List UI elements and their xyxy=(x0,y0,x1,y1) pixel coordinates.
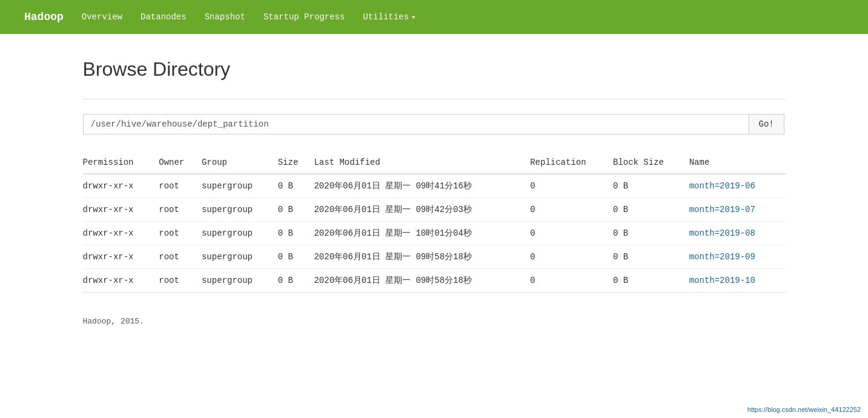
table-row: drwxr-xr-x root supergroup 0 B 2020年06月0… xyxy=(83,269,786,293)
navbar-item-datanodes[interactable]: Datanodes xyxy=(141,10,187,24)
cell-owner: root xyxy=(159,245,202,269)
cell-block-size: 0 B xyxy=(613,174,689,198)
cell-replication: 0 xyxy=(530,222,613,245)
table-header: Permission Owner Group Size Last Modifie… xyxy=(83,151,786,174)
cell-replication: 0 xyxy=(530,245,613,269)
col-header-replication: Replication xyxy=(530,151,613,174)
cell-name[interactable]: month=2019-07 xyxy=(689,198,786,222)
cell-group: supergroup xyxy=(202,198,278,222)
navbar-item-startup-progress[interactable]: Startup Progress xyxy=(263,10,345,24)
cell-size: 0 B xyxy=(278,174,314,198)
col-header-last-modified: Last Modified xyxy=(314,151,530,174)
table-body: drwxr-xr-x root supergroup 0 B 2020年06月0… xyxy=(83,174,786,293)
cell-size: 0 B xyxy=(278,245,314,269)
cell-replication: 0 xyxy=(530,269,613,293)
col-header-block-size: Block Size xyxy=(613,151,689,174)
navbar-brand[interactable]: Hadoop xyxy=(24,11,64,23)
navbar-item-overview[interactable]: Overview xyxy=(82,10,122,24)
cell-replication: 0 xyxy=(530,174,613,198)
cell-permission: drwxr-xr-x xyxy=(83,174,159,198)
table-row: drwxr-xr-x root supergroup 0 B 2020年06月0… xyxy=(83,222,786,245)
col-header-name: Name xyxy=(689,151,786,174)
cell-last-modified: 2020年06月01日 星期一 09时42分03秒 xyxy=(314,198,530,222)
cell-owner: root xyxy=(159,222,202,245)
cell-group: supergroup xyxy=(202,174,278,198)
navbar-item-utilities[interactable]: Utilities xyxy=(363,10,416,24)
directory-table: Permission Owner Group Size Last Modifie… xyxy=(83,151,786,293)
cell-name[interactable]: month=2019-10 xyxy=(689,269,786,293)
cell-block-size: 0 B xyxy=(613,245,689,269)
col-header-size: Size xyxy=(278,151,314,174)
cell-size: 0 B xyxy=(278,222,314,245)
cell-name[interactable]: month=2019-08 xyxy=(689,222,786,245)
go-button[interactable]: Go! xyxy=(749,114,784,134)
cell-group: supergroup xyxy=(202,269,278,293)
cell-permission: drwxr-xr-x xyxy=(83,245,159,269)
cell-group: supergroup xyxy=(202,222,278,245)
name-link[interactable]: month=2019-07 xyxy=(689,205,755,214)
cell-last-modified: 2020年06月01日 星期一 09时58分18秒 xyxy=(314,245,530,269)
cell-block-size: 0 B xyxy=(613,222,689,245)
cell-group: supergroup xyxy=(202,245,278,269)
name-link[interactable]: month=2019-09 xyxy=(689,252,755,262)
cell-block-size: 0 B xyxy=(613,269,689,293)
table-row: drwxr-xr-x root supergroup 0 B 2020年06月0… xyxy=(83,174,786,198)
name-link[interactable]: month=2019-06 xyxy=(689,181,755,191)
cell-owner: root xyxy=(159,174,202,198)
col-header-permission: Permission xyxy=(83,151,159,174)
cell-permission: drwxr-xr-x xyxy=(83,198,159,222)
main-content: Browse Directory Go! Permission Owner Gr… xyxy=(71,34,798,350)
page-title: Browse Directory xyxy=(83,58,786,81)
name-link[interactable]: month=2019-10 xyxy=(689,276,755,285)
search-bar: Go! xyxy=(83,114,786,134)
cell-name[interactable]: month=2019-09 xyxy=(689,245,786,269)
cell-last-modified: 2020年06月01日 星期一 10时01分04秒 xyxy=(314,222,530,245)
cell-permission: drwxr-xr-x xyxy=(83,222,159,245)
col-header-group: Group xyxy=(202,151,278,174)
cell-owner: root xyxy=(159,269,202,293)
navbar: Hadoop Overview Datanodes Snapshot Start… xyxy=(0,0,868,34)
cell-block-size: 0 B xyxy=(613,198,689,222)
table-row: drwxr-xr-x root supergroup 0 B 2020年06月0… xyxy=(83,245,786,269)
cell-size: 0 B xyxy=(278,269,314,293)
cell-owner: root xyxy=(159,198,202,222)
cell-name[interactable]: month=2019-06 xyxy=(689,174,786,198)
cell-last-modified: 2020年06月01日 星期一 09时41分16秒 xyxy=(314,174,530,198)
footer-text: Hadoop, 2015. xyxy=(83,317,144,326)
cell-permission: drwxr-xr-x xyxy=(83,269,159,293)
name-link[interactable]: month=2019-08 xyxy=(689,228,755,238)
col-header-owner: Owner xyxy=(159,151,202,174)
divider xyxy=(83,99,786,99)
cell-size: 0 B xyxy=(278,198,314,222)
navbar-item-snapshot[interactable]: Snapshot xyxy=(205,10,245,24)
cell-replication: 0 xyxy=(530,198,613,222)
path-search-input[interactable] xyxy=(83,114,749,134)
table-row: drwxr-xr-x root supergroup 0 B 2020年06月0… xyxy=(83,198,786,222)
cell-last-modified: 2020年06月01日 星期一 09时58分18秒 xyxy=(314,269,530,293)
footer: Hadoop, 2015. xyxy=(83,317,786,326)
